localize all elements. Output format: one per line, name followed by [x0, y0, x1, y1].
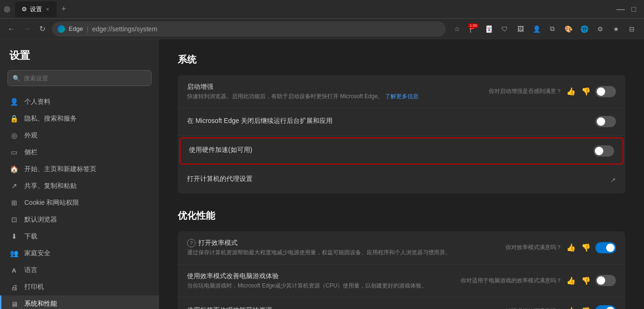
proxy-row: 打开计算机的代理设置 ↗	[178, 166, 625, 194]
sleeping-tabs-row: 使用标签页休眠功能节约资源 对睡眠标签页满意吗？ 👍 👎	[178, 297, 625, 309]
efficiency-mode-info: ?打开效率模式 通过保存计算机资源帮助最大程度地减少电源使用量，权益可能因设备、…	[187, 239, 500, 257]
startup-boost-actions: 你对启动增强是否感到满意？ 👍 👎	[489, 86, 616, 97]
sidebar-item-profile[interactable]: 👤 个人资料	[0, 93, 159, 110]
startup-boost-link[interactable]: 了解更多信息	[385, 93, 419, 100]
efficiency-mode-toggle[interactable]	[595, 242, 616, 253]
sidebar-item-share[interactable]: ↗ 共享、复制和粘贴	[0, 178, 159, 194]
images-icon[interactable]: 🖼	[514, 22, 527, 36]
refresh-button[interactable]: ↻	[37, 22, 47, 35]
sleeping-tabs-info: 使用标签页休眠功能节约资源	[187, 306, 500, 309]
hardware-accel-row: 使用硬件加速(如可用)	[180, 137, 623, 165]
search-icon: 🔍	[13, 75, 20, 82]
sleeping-tabs-toggle[interactable]	[595, 305, 616, 309]
forward-button[interactable]: →	[22, 23, 33, 35]
bookmark-icon[interactable]: ☆	[450, 22, 463, 36]
sidebar-label-sidebar: 侧栏	[24, 148, 37, 157]
sleeping-thumbup[interactable]: 👍	[565, 306, 577, 309]
startup-boost-feedback: 你对启动增强是否感到满意？	[489, 87, 562, 95]
tab-close-button[interactable]: ×	[45, 5, 50, 14]
sidebar-item-cookies[interactable]: ⊞ Cookie 和网站权限	[0, 194, 159, 211]
layers-icon[interactable]: ⧉	[546, 22, 559, 36]
startup-boost-toggle[interactable]	[595, 86, 616, 97]
run-after-close-label: 在 Microsoft Edge 关闭后继续运行后台扩展和应用	[187, 117, 590, 125]
gaming-label: 使用效率模式改善电脑游戏体验	[187, 272, 455, 280]
startup-boost-info: 启动增强 快速转到浏览器。启用此功能后，有助于启动设备时更快打开 Microso…	[187, 83, 483, 101]
sidebar-item-sidebar[interactable]: ▭ 侧栏	[0, 144, 159, 161]
run-after-close-toggle[interactable]	[595, 116, 616, 127]
sidebar-item-system[interactable]: 🖥 系统和性能	[0, 295, 159, 309]
globe-icon[interactable]: 🌐	[578, 22, 591, 36]
sidebar-item-family[interactable]: 👥 家庭安全	[0, 245, 159, 262]
cookies-icon: ⊞	[9, 198, 19, 208]
color-icon[interactable]: 🎨	[562, 22, 575, 36]
efficiency-thumbup[interactable]: 👍	[565, 242, 577, 253]
sidebar: 设置 🔍 👤 个人资料 🔒 隐私、搜索和服务 ◎ 外观 ▭ 侧栏 🏠 开始、主页…	[0, 39, 159, 309]
section2-title: 优化性能	[178, 209, 625, 222]
settings-gear-icon[interactable]: ⚙	[593, 22, 607, 36]
sidebar-label-family: 家庭安全	[24, 249, 51, 258]
shield-icon[interactable]: 🛡	[498, 22, 511, 36]
startup-boost-desc: 快速转到浏览器。启用此功能后，有助于启动设备时更快打开 Microsoft Ed…	[187, 93, 483, 101]
settings-tab[interactable]: ⚙ 设置 ×	[15, 1, 57, 17]
address-brand: Edge	[69, 25, 83, 32]
hardware-accel-info: 使用硬件加速(如可用)	[189, 146, 588, 156]
efficiency-mode-desc: 通过保存计算机资源帮助最大程度地减少电源使用量，权益可能因设备、应用程序和个人浏…	[187, 249, 500, 257]
minimize-window-button[interactable]: —	[614, 3, 627, 16]
sidebar-item-printer[interactable]: 🖨 打印机	[0, 279, 159, 295]
startup-boost-thumbdown[interactable]: 👎	[580, 86, 592, 97]
run-after-close-info: 在 Microsoft Edge 关闭后继续运行后台扩展和应用	[187, 117, 590, 127]
sidebar-item-default-browser[interactable]: ⊡ 默认浏览器	[0, 211, 159, 228]
share-icon: ↗	[9, 181, 19, 191]
profile-icon: 👤	[9, 97, 19, 107]
sidebar-label-cookies: Cookie 和网站权限	[24, 199, 79, 207]
hardware-accel-toggle[interactable]	[593, 145, 614, 157]
gaming-thumbup[interactable]: 👍	[565, 275, 577, 286]
appearance-icon: ◎	[9, 131, 19, 140]
gaming-thumbdown[interactable]: 👎	[580, 275, 592, 286]
sleeping-thumbdown[interactable]: 👎	[580, 306, 592, 309]
lock-icon: 🔒	[9, 114, 19, 123]
edge-logo-icon	[58, 25, 65, 33]
main-layout: 设置 🔍 👤 个人资料 🔒 隐私、搜索和服务 ◎ 外观 ▭ 侧栏 🏠 开始、主页…	[0, 39, 644, 309]
minimize-button[interactable]	[4, 6, 10, 13]
sidebar-label-downloads: 下载	[24, 232, 37, 241]
address-input[interactable]: Edge | edge://settings/system	[52, 22, 446, 36]
efficiency-thumbdown[interactable]: 👎	[580, 242, 592, 253]
new-tab-button[interactable]: +	[58, 4, 69, 14]
search-box[interactable]: 🔍	[7, 70, 152, 86]
wallet-icon[interactable]: 🃏	[482, 22, 495, 36]
sidebar-label-default-browser: 默认浏览器	[24, 216, 57, 224]
maximize-window-button[interactable]: □	[627, 3, 640, 16]
language-icon: A	[9, 266, 19, 275]
sidebar-label-share: 共享、复制和粘贴	[24, 182, 77, 190]
address-bar: ← → ↻ Edge | edge://settings/system ☆ 🚩 …	[0, 19, 644, 39]
startup-boost-thumbup[interactable]: 👍	[565, 86, 577, 97]
sidebar-label-privacy: 隐私、搜索和服务	[24, 115, 77, 123]
sidebar-item-privacy[interactable]: 🔒 隐私、搜索和服务	[0, 110, 159, 127]
sidebar-label-system: 系统和性能	[24, 300, 57, 308]
sidebar-item-new-tab[interactable]: 🏠 开始、主页和新建标签页	[0, 161, 159, 178]
sidebar-title: 设置	[0, 49, 159, 70]
favorites-icon[interactable]: ★	[609, 22, 622, 36]
toolbar-icons: ☆ 🚩 1.00 🃏 🛡 🖼 👤 ⧉ 🎨 🌐 ⚙ ★ ⊟	[450, 22, 638, 36]
external-link-icon[interactable]: ↗	[610, 176, 616, 184]
news-flag-icon[interactable]: 🚩 1.00	[466, 22, 479, 36]
sidebar-item-appearance[interactable]: ◎ 外观	[0, 127, 159, 144]
search-input[interactable]	[24, 75, 146, 82]
browser-titlebar: ⚙ 设置 × + — □	[0, 0, 644, 19]
back-button[interactable]: ←	[6, 23, 17, 35]
default-browser-icon: ⊡	[9, 215, 19, 224]
account-icon[interactable]: 👤	[530, 22, 543, 36]
sleeping-tabs-actions: 对睡眠标签页满意吗？ 👍 👎	[506, 305, 616, 309]
sleeping-tabs-feedback: 对睡眠标签页满意吗？	[506, 307, 562, 309]
proxy-label: 打开计算机的代理设置	[187, 175, 605, 183]
startup-boost-label: 启动增强	[187, 83, 483, 91]
performance-settings-card: ?打开效率模式 通过保存计算机资源帮助最大程度地减少电源使用量，权益可能因设备、…	[178, 231, 625, 309]
sidebar-toggle-icon[interactable]: ⊟	[625, 22, 638, 36]
sidebar-item-downloads[interactable]: ⬇ 下载	[0, 228, 159, 245]
efficiency-help-icon: ?	[187, 239, 195, 247]
gaming-info: 使用效率模式改善电脑游戏体验 当你玩电脑游戏时，Microsoft Edge减少…	[187, 272, 455, 290]
gaming-desc: 当你玩电脑游戏时，Microsoft Edge减少其计算机资源（CPU）使用量，…	[187, 282, 455, 290]
gaming-toggle[interactable]	[595, 275, 616, 286]
sidebar-item-language[interactable]: A 语言	[0, 262, 159, 279]
